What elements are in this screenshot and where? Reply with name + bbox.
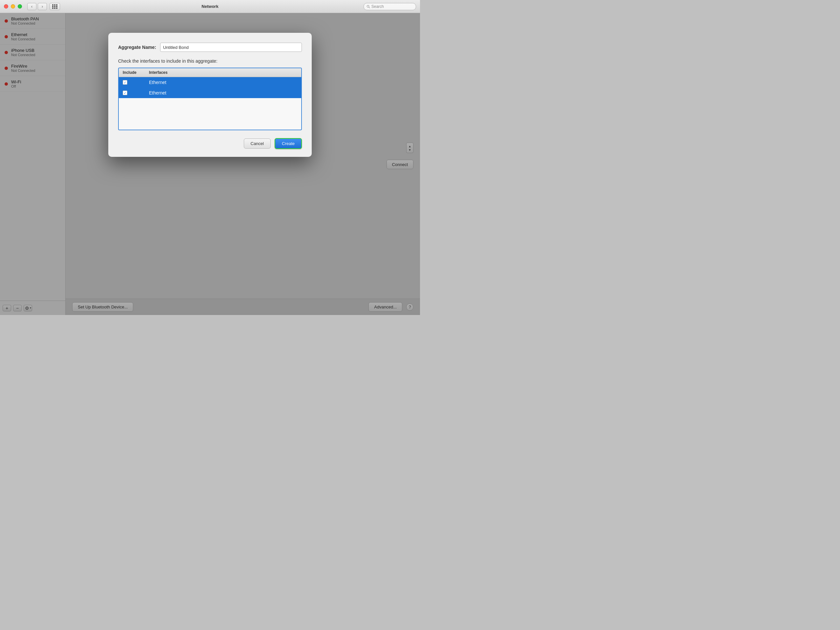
- aggregate-name-row: Aggregate Name:: [118, 43, 302, 52]
- modal-buttons: Cancel Create: [118, 138, 302, 149]
- checkbox-icon: ✓: [123, 80, 127, 85]
- search-input[interactable]: Search: [371, 4, 413, 9]
- grid-view-button[interactable]: [49, 3, 60, 10]
- row-checkbox-0[interactable]: ✓: [123, 80, 149, 85]
- row-checkbox-1[interactable]: ✓: [123, 90, 149, 95]
- modal-description: Check the interfaces to include in this …: [118, 58, 302, 64]
- search-icon: [366, 5, 370, 8]
- create-button[interactable]: Create: [275, 138, 302, 149]
- forward-button[interactable]: ›: [38, 3, 47, 10]
- maximize-button[interactable]: [18, 4, 22, 8]
- nav-buttons: ‹ ›: [27, 3, 47, 10]
- close-button[interactable]: [4, 4, 8, 8]
- back-button[interactable]: ‹: [27, 3, 36, 10]
- modal-dialog: Aggregate Name: Check the interfaces to …: [108, 33, 312, 157]
- search-bar[interactable]: Search: [363, 3, 416, 10]
- traffic-lights: [4, 4, 22, 8]
- minimize-button[interactable]: [11, 4, 15, 8]
- chevron-right-icon: ›: [42, 4, 43, 9]
- row-name-0: Ethernet: [149, 80, 297, 85]
- cancel-button[interactable]: Cancel: [244, 139, 271, 148]
- aggregate-name-label: Aggregate Name:: [118, 45, 156, 50]
- checkbox-icon: ✓: [123, 90, 127, 95]
- titlebar: ‹ › Network Search: [0, 0, 420, 13]
- col-include-header: Include: [123, 70, 149, 75]
- table-body: ✓ Ethernet ✓ Ethernet: [119, 77, 301, 129]
- table-row[interactable]: ✓ Ethernet: [119, 77, 301, 88]
- table-header: Include Interfaces: [119, 68, 301, 77]
- aggregate-name-input[interactable]: [160, 43, 302, 52]
- svg-line-1: [369, 7, 370, 8]
- col-interfaces-header: Interfaces: [149, 70, 297, 75]
- grid-icon: [52, 4, 58, 9]
- window-title: Network: [202, 4, 218, 9]
- interface-table: Include Interfaces ✓ Ethernet ✓ Eth: [118, 68, 302, 130]
- main-content: Bluetooth PAN Not Connected Ethernet Not…: [0, 13, 420, 315]
- modal-overlay: Aggregate Name: Check the interfaces to …: [0, 13, 420, 315]
- chevron-left-icon: ‹: [31, 4, 33, 9]
- row-name-1: Ethernet: [149, 90, 297, 95]
- table-row[interactable]: ✓ Ethernet: [119, 88, 301, 98]
